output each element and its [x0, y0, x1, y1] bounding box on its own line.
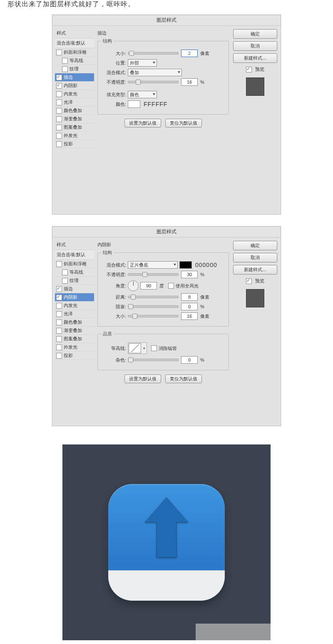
style-checkbox[interactable]	[56, 108, 62, 114]
style-checkbox[interactable]	[56, 116, 62, 122]
position-label: 位置:	[101, 60, 128, 66]
style-item-label: 描边	[64, 74, 73, 80]
global-light-checkbox[interactable]	[168, 283, 174, 289]
style-item-5[interactable]: 内发光	[55, 90, 94, 98]
noise-input[interactable]: 0	[181, 356, 198, 364]
set-default-button[interactable]: 设置为默认值	[124, 119, 161, 127]
antialias-checkbox[interactable]	[151, 345, 157, 351]
style-item-8[interactable]: 渐变叠加	[55, 115, 94, 123]
style-checkbox[interactable]	[56, 261, 62, 267]
style-item-8[interactable]: 渐变叠加	[55, 327, 94, 335]
sidebar-blend-options[interactable]: 混合选项:默认	[55, 250, 94, 260]
set-default-button[interactable]: 设置为默认值	[124, 374, 161, 383]
style-item-11[interactable]: 投影	[55, 352, 94, 360]
shadow-color-hex: 000000	[195, 262, 217, 268]
style-item-10[interactable]: 外发光	[55, 343, 94, 352]
size-input[interactable]: 2	[181, 50, 198, 57]
style-checkbox[interactable]	[56, 133, 62, 139]
style-item-6[interactable]: 光泽	[55, 310, 94, 318]
style-checkbox[interactable]	[56, 141, 62, 147]
style-item-3[interactable]: 描边	[55, 73, 94, 82]
style-checkbox[interactable]	[56, 83, 62, 89]
size-label: 大小:	[101, 50, 128, 57]
ok-button[interactable]: 确定	[233, 29, 277, 39]
style-checkbox[interactable]	[56, 100, 62, 105]
style-checkbox[interactable]	[56, 328, 62, 334]
style-checkbox[interactable]	[62, 66, 68, 72]
style-item-7[interactable]: 颜色叠加	[55, 318, 94, 327]
style-item-label: 纹理	[70, 66, 79, 72]
style-checkbox[interactable]	[56, 303, 62, 309]
size-input[interactable]: 16	[181, 312, 198, 320]
preview-checkbox[interactable]	[246, 67, 252, 72]
style-checkbox[interactable]	[56, 91, 62, 97]
style-item-4[interactable]: 内阴影	[55, 293, 94, 302]
style-item-4[interactable]: 内阴影	[55, 82, 94, 90]
distance-slider[interactable]	[128, 296, 179, 298]
style-checkbox[interactable]	[56, 286, 62, 292]
contour-picker[interactable]: ▾	[128, 342, 147, 354]
style-checkbox[interactable]	[56, 125, 62, 130]
style-item-3[interactable]: 描边	[55, 285, 94, 293]
choke-slider[interactable]	[128, 305, 179, 308]
style-item-label: 纹理	[70, 277, 79, 284]
cancel-button[interactable]: 取消	[233, 253, 277, 262]
style-item-6[interactable]: 光泽	[55, 98, 94, 107]
style-item-1[interactable]: 等高线	[55, 57, 94, 65]
group-legend: 结构	[101, 38, 114, 44]
size-slider[interactable]	[128, 315, 179, 317]
blend-select[interactable]: 叠加	[128, 69, 182, 76]
style-checkbox[interactable]	[56, 353, 62, 359]
reset-default-button[interactable]: 复位为默认值	[165, 374, 202, 383]
sidebar-blend-options[interactable]: 混合选项:默认	[55, 38, 94, 48]
size-slider[interactable]	[128, 52, 179, 55]
angle-input[interactable]: 90	[140, 282, 157, 290]
noise-slider[interactable]	[128, 359, 179, 361]
style-checkbox[interactable]	[62, 278, 68, 284]
style-item-11[interactable]: 投影	[55, 140, 94, 148]
color-swatch[interactable]	[128, 100, 140, 108]
style-item-0[interactable]: 斜面和浮雕	[55, 48, 94, 57]
opacity-slider[interactable]	[128, 273, 179, 276]
style-item-2[interactable]: 纹理	[55, 65, 94, 73]
choke-label: 阻塞:	[101, 304, 128, 310]
style-checkbox[interactable]	[56, 295, 62, 300]
cancel-button[interactable]: 取消	[233, 41, 277, 51]
style-item-0[interactable]: 斜面和浮雕	[55, 260, 94, 268]
style-checkbox[interactable]	[62, 270, 68, 275]
style-checkbox[interactable]	[56, 336, 62, 342]
distance-input[interactable]: 8	[181, 293, 198, 301]
style-item-2[interactable]: 纹理	[55, 277, 94, 285]
style-checkbox[interactable]	[56, 75, 62, 80]
style-item-10[interactable]: 外发光	[55, 132, 94, 140]
style-item-5[interactable]: 内发光	[55, 302, 94, 310]
filltype-select[interactable]: 颜色	[128, 91, 157, 98]
size-unit: 像素	[200, 313, 209, 320]
choke-input[interactable]: 0	[181, 303, 198, 310]
opacity-slider[interactable]	[128, 81, 179, 83]
preview-checkbox[interactable]	[246, 278, 252, 284]
bottom-strip	[196, 624, 271, 640]
new-style-button[interactable]: 新建样式...	[233, 265, 277, 275]
shadow-color-swatch[interactable]	[179, 261, 192, 269]
style-checkbox[interactable]	[56, 320, 62, 325]
style-item-9[interactable]: 图案叠加	[55, 123, 94, 132]
angle-dial[interactable]	[128, 280, 139, 291]
new-style-button[interactable]: 新建样式...	[233, 53, 277, 63]
style-checkbox[interactable]	[62, 58, 68, 64]
opacity-input[interactable]: 30	[181, 271, 198, 278]
style-item-label: 内发光	[64, 91, 77, 97]
style-item-7[interactable]: 颜色叠加	[55, 107, 94, 115]
style-checkbox[interactable]	[56, 50, 62, 55]
ok-button[interactable]: 确定	[233, 241, 277, 250]
reset-default-button[interactable]: 复位为默认值	[165, 119, 202, 127]
style-item-1[interactable]: 等高线	[55, 268, 94, 277]
group-legend: 结构	[101, 250, 114, 256]
style-checkbox[interactable]	[56, 311, 62, 317]
opacity-input[interactable]: 16	[181, 78, 198, 86]
style-item-9[interactable]: 图案叠加	[55, 335, 94, 343]
style-item-label: 等高线	[70, 269, 83, 275]
position-select[interactable]: 外部	[128, 59, 157, 67]
style-checkbox[interactable]	[56, 344, 62, 350]
blend-select[interactable]: 正片叠底	[128, 261, 178, 269]
